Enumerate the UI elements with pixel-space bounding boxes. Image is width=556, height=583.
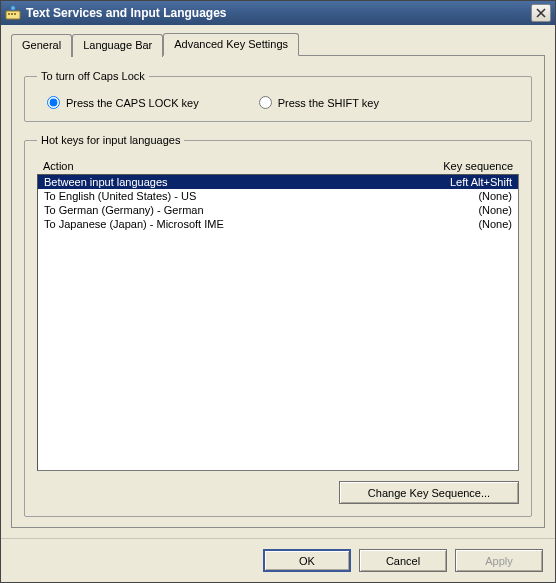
- list-item-action: To German (Germany) - German: [44, 204, 402, 216]
- hotkeys-button-row: Change Key Sequence...: [37, 481, 519, 504]
- list-item[interactable]: To English (United States) - US(None): [38, 189, 518, 203]
- tab-panel-advanced: To turn off Caps Lock Press the CAPS LOC…: [11, 55, 545, 528]
- radio-caps-lock-label: Press the CAPS LOCK key: [66, 97, 199, 109]
- list-item-key: Left Alt+Shift: [402, 176, 512, 188]
- close-button[interactable]: [531, 4, 551, 22]
- list-item-key: (None): [402, 204, 512, 216]
- dialog-content: General Language Bar Advanced Key Settin…: [1, 25, 555, 538]
- apply-button[interactable]: Apply: [455, 549, 543, 572]
- radio-caps-lock-key[interactable]: Press the CAPS LOCK key: [47, 96, 199, 109]
- ok-button[interactable]: OK: [263, 549, 351, 572]
- tab-language-bar[interactable]: Language Bar: [72, 34, 163, 57]
- list-item-action: Between input languages: [44, 176, 402, 188]
- hotkeys-header: Action Key sequence: [37, 156, 519, 174]
- radio-shift-label: Press the SHIFT key: [278, 97, 379, 109]
- tab-advanced-key-settings[interactable]: Advanced Key Settings: [163, 33, 299, 56]
- svg-rect-2: [11, 13, 13, 15]
- title-bar: Text Services and Input Languages: [1, 1, 555, 25]
- list-item-key: (None): [402, 218, 512, 230]
- hotkeys-legend: Hot keys for input languages: [37, 134, 184, 146]
- svg-rect-3: [14, 13, 16, 15]
- svg-rect-1: [8, 13, 10, 15]
- capslock-options: Press the CAPS LOCK key Press the SHIFT …: [37, 96, 519, 109]
- change-key-sequence-button[interactable]: Change Key Sequence...: [339, 481, 519, 504]
- tab-general[interactable]: General: [11, 34, 72, 57]
- capslock-group: To turn off Caps Lock Press the CAPS LOC…: [24, 70, 532, 122]
- app-icon: [5, 5, 21, 21]
- dialog-button-row: OK Cancel Apply: [1, 538, 555, 582]
- hotkeys-listbox[interactable]: Between input languagesLeft Alt+ShiftTo …: [37, 174, 519, 471]
- column-action: Action: [43, 160, 403, 172]
- radio-shift-input[interactable]: [259, 96, 272, 109]
- column-key-sequence: Key sequence: [403, 160, 513, 172]
- list-item[interactable]: To German (Germany) - German(None): [38, 203, 518, 217]
- list-item-action: To English (United States) - US: [44, 190, 402, 202]
- list-item-action: To Japanese (Japan) - Microsoft IME: [44, 218, 402, 230]
- dialog-window: Text Services and Input Languages Genera…: [0, 0, 556, 583]
- radio-shift-key[interactable]: Press the SHIFT key: [259, 96, 379, 109]
- capslock-legend: To turn off Caps Lock: [37, 70, 149, 82]
- window-title: Text Services and Input Languages: [26, 6, 531, 20]
- list-item[interactable]: Between input languagesLeft Alt+Shift: [38, 175, 518, 189]
- hotkeys-group: Hot keys for input languages Action Key …: [24, 134, 532, 517]
- list-item-key: (None): [402, 190, 512, 202]
- cancel-button[interactable]: Cancel: [359, 549, 447, 572]
- radio-caps-lock-input[interactable]: [47, 96, 60, 109]
- list-item[interactable]: To Japanese (Japan) - Microsoft IME(None…: [38, 217, 518, 231]
- tab-strip: General Language Bar Advanced Key Settin…: [11, 33, 545, 56]
- svg-point-4: [11, 6, 16, 11]
